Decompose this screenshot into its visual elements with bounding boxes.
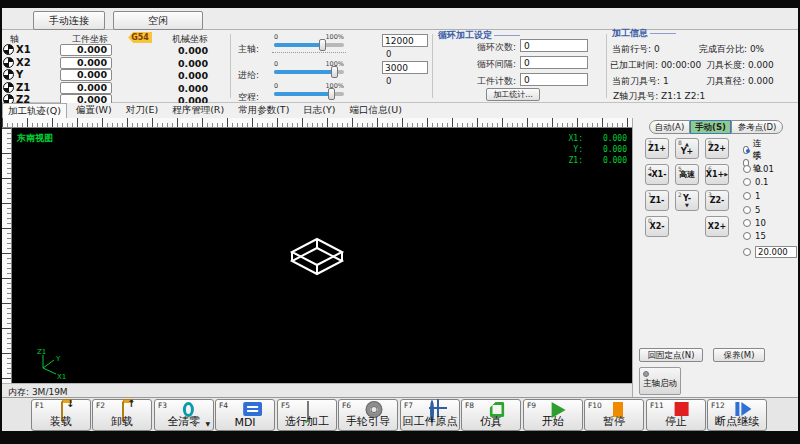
menu-port-info[interactable]: 端口信息(U): [343, 103, 409, 118]
divider: [230, 34, 231, 98]
jog-z2-plus-button[interactable]: 9Z2+: [705, 138, 729, 159]
dropdown-arrow-icon[interactable]: ▼: [205, 420, 210, 427]
feed-rate-input[interactable]: [382, 61, 428, 74]
divider: [432, 34, 433, 98]
slider-thumb[interactable]: [328, 88, 335, 100]
jog-x1-plus-button[interactable]: 6X1+▶: [705, 164, 729, 185]
rapid-override-slider[interactable]: [274, 92, 344, 96]
fkey-return-origin-button[interactable]: F7 回工件原点: [400, 399, 460, 431]
fkey-start-button[interactable]: F9 开始: [523, 399, 583, 431]
tab-manual-connect[interactable]: 手动连接: [33, 11, 105, 30]
spindle-override-slider-group: 0100%: [274, 33, 344, 47]
arrow-down-icon: ▼: [685, 203, 689, 208]
fkey-breakpoint-resume-button[interactable]: F12 断点继续: [707, 399, 767, 431]
step-option-5[interactable]: 5: [743, 205, 760, 215]
spindle-speed-input[interactable]: [382, 34, 428, 47]
cycle-interval-input[interactable]: [520, 56, 588, 69]
radio-icon[interactable]: [743, 206, 751, 214]
current-tool-info: 当前刀具号: 1: [612, 75, 669, 88]
custom-step-input[interactable]: [755, 246, 797, 258]
return-fixed-point-button[interactable]: 回固定点(N): [639, 348, 703, 362]
jog-button-grid: 7Z1+ 8▲Y+ 9Z2+ 4◀X1- 5高速 6X1+▶ 1Z1- 2Y-▼…: [645, 138, 729, 237]
fkey-pause-button[interactable]: F10 暂停: [584, 399, 644, 431]
tab-idle[interactable]: 空闲: [113, 11, 203, 30]
work-coordinate-value[interactable]: 0.000: [60, 82, 112, 94]
scale-min: 0: [274, 60, 278, 68]
axis-origin-icon: [3, 44, 14, 55]
step-option-0-1[interactable]: 0.1: [743, 177, 769, 187]
menu-log[interactable]: 日志(Y): [296, 103, 342, 118]
step-option-custom[interactable]: [743, 248, 751, 256]
machining-stats-button[interactable]: 加工统计...: [486, 88, 540, 101]
toolpath-viewport[interactable]: 东南视图 X1:0.000 Y:0.000 Z1:0.000 Z1 Y: [12, 128, 632, 383]
workpiece-count-input[interactable]: [520, 73, 588, 86]
readout-label: X1:: [549, 134, 583, 143]
feed-sub-value: 0: [386, 76, 391, 86]
fkey-stop-button[interactable]: F11 停止: [646, 399, 706, 431]
radio-icon[interactable]: [743, 232, 751, 240]
tab-reference[interactable]: 参考点(D): [731, 120, 783, 134]
scale-max: 100%: [325, 33, 344, 41]
axis-name: X1: [16, 44, 31, 55]
radio-icon[interactable]: [743, 165, 751, 173]
vertical-ruler: [2, 128, 12, 383]
scale-min: 0: [274, 82, 278, 90]
step-option-1[interactable]: 1: [743, 191, 760, 201]
machine-coordinate-value: 0.000: [152, 58, 208, 69]
fkey-load-button[interactable]: F1 ↓ 装载: [31, 399, 91, 431]
step-option-0-01[interactable]: 0.01: [743, 164, 774, 174]
tab-auto[interactable]: 自动(A): [649, 120, 690, 134]
menu-offset[interactable]: 偏置(W): [69, 103, 119, 118]
axis-name: Z1: [16, 82, 30, 93]
step-option-10[interactable]: 10: [743, 218, 766, 228]
jog-y-plus-button[interactable]: 8▲Y+: [675, 138, 699, 159]
axis-triad-icon: Z1 Y X1: [24, 346, 74, 382]
menu-tool-setting[interactable]: 对刀(E): [119, 103, 165, 118]
rapid-override-slider-group: 0100%: [274, 82, 344, 96]
feed-override-slider[interactable]: [274, 70, 344, 74]
radio-icon[interactable]: [743, 248, 751, 256]
jog-highspeed-button[interactable]: 5高速: [675, 164, 699, 185]
axis-row-y: Y 0.000 0.000: [2, 69, 230, 81]
radio-icon[interactable]: [743, 178, 751, 186]
jog-z2-minus-button[interactable]: 3Z2-: [705, 190, 729, 211]
axis-row-x2: X2 0.000 0.000: [2, 57, 230, 69]
jog-x2-plus-button[interactable]: .X2+: [705, 216, 729, 237]
radio-icon[interactable]: [743, 192, 751, 200]
fkey-clear-all-zero-button[interactable]: F3 全清零 ▼: [154, 399, 214, 431]
readout-label: Z1:: [549, 156, 583, 165]
work-coordinate-value[interactable]: 0.000: [60, 69, 112, 81]
workpiece-wireframe: [260, 230, 380, 290]
work-coordinate-value[interactable]: 0.000: [60, 57, 112, 69]
jog-y-minus-button[interactable]: 2Y-▼: [675, 190, 699, 211]
g54-badge[interactable]: G54: [128, 32, 152, 43]
spindle-start-button[interactable]: 主轴启动: [639, 367, 681, 395]
cycle-interval-label: 循环间隔:: [438, 58, 516, 71]
fkey-select-line-button[interactable]: F5 选行加工: [277, 399, 337, 431]
machine-coordinate-value: 0.000: [152, 45, 208, 56]
z-axis-tool-info: Z轴刀具号: Z1:1 Z2:1: [613, 90, 705, 103]
fkey-mdi-button[interactable]: F4 MDI: [215, 399, 275, 431]
slider-thumb[interactable]: [319, 39, 326, 51]
work-coordinate-value[interactable]: 0.000: [60, 44, 112, 56]
radio-icon[interactable]: [743, 219, 751, 227]
top-tab-bar: 手动连接 空闲: [2, 8, 798, 30]
menu-common-params[interactable]: 常用参数(T): [231, 103, 296, 118]
menu-program-manage[interactable]: 程序管理(R): [165, 103, 231, 118]
jog-z1-minus-button[interactable]: 1Z1-: [645, 190, 669, 211]
tab-manual[interactable]: 手动(S): [690, 120, 731, 134]
bottom-strip: [0, 431, 800, 444]
spindle-override-slider[interactable]: [274, 43, 344, 47]
slider-thumb[interactable]: [331, 66, 338, 78]
step-option-15[interactable]: 15: [743, 231, 766, 241]
menu-toolpath[interactable]: 加工轨迹(Q): [2, 103, 67, 119]
jog-x1-minus-button[interactable]: 4◀X1-: [645, 164, 669, 185]
cycle-count-input[interactable]: [520, 39, 588, 52]
readout-value: 0.000: [583, 156, 627, 165]
fkey-simulate-button[interactable]: F8 仿真: [461, 399, 521, 431]
fkey-handwheel-guide-button[interactable]: F6 手轮引导: [338, 399, 398, 431]
fkey-unload-button[interactable]: F2 ↑ 卸载: [92, 399, 152, 431]
jog-x2-minus-button[interactable]: 0X2-: [645, 216, 669, 237]
maintenance-button[interactable]: 保养(M): [713, 348, 765, 362]
jog-z1-plus-button[interactable]: 7Z1+: [645, 138, 669, 159]
